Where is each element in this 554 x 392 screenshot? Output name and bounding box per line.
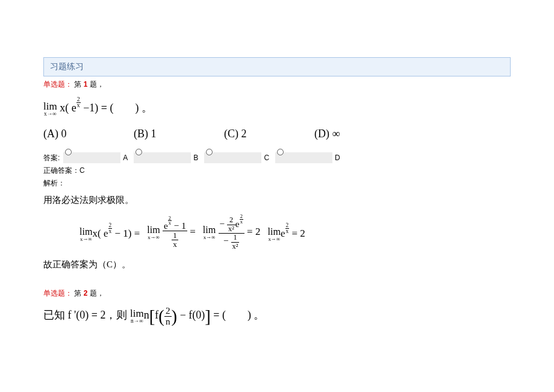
radio-icon <box>206 149 213 155</box>
solution-conclusion: 故正确答案为（C）。 <box>43 259 511 270</box>
choices-row: (A) 0 (B) 1 (C) 2 (D) ∞ <box>43 128 511 140</box>
answer-letter-b: B <box>193 154 198 162</box>
bracket-close: ] <box>205 306 211 326</box>
exp-fraction: 2x <box>76 97 81 108</box>
limit-symbol: lim x→∞ <box>79 227 93 242</box>
solution-math: lim x→∞ x( e2x − 1) = lim x→∞ e2x − 1 1x… <box>79 214 511 250</box>
fraction: 2n <box>164 306 172 327</box>
question-2: 单选题： 第 2 题， 已知 f '(0) = 2，则 lim n→∞ n[f(… <box>43 288 511 327</box>
radio-icon <box>135 149 142 155</box>
question-1: 单选题： 第 1 题， lim x→∞ x( e2x −1) = ( ) 。 (… <box>43 79 511 270</box>
fraction: − 2x²e2x − 1x² <box>219 214 244 250</box>
question-number: 1 <box>84 80 88 89</box>
question-2-label: 单选题： 第 2 题， <box>43 288 511 299</box>
answer-letter-d: D <box>335 154 340 162</box>
answer-label: 答案: <box>43 153 60 163</box>
solution-text: 用洛必达法则求极限。 <box>43 194 511 206</box>
question-2-expression: 已知 f '(0) = 2，则 lim n→∞ n[f(2n) − f(0)] … <box>43 306 511 327</box>
question-suffix: 题， <box>90 289 104 297</box>
choice-a: (A) 0 <box>43 128 134 140</box>
answer-row: 答案: A B C D <box>43 152 511 163</box>
question-1-label: 单选题： 第 1 题， <box>43 79 511 90</box>
bracket-open: [ <box>149 306 155 326</box>
paren-open: ( <box>158 306 164 326</box>
answer-option-c[interactable]: C <box>204 152 269 163</box>
question-suffix: 题， <box>90 80 104 89</box>
section-header: 习题练习 <box>43 57 511 76</box>
radio-icon <box>65 149 72 155</box>
choice-c: (C) 2 <box>224 128 314 140</box>
answer-option-b[interactable]: B <box>134 152 198 163</box>
answer-option-d[interactable]: D <box>275 152 340 163</box>
correct-answer-value: C <box>79 166 85 175</box>
choice-b: (B) 1 <box>134 128 224 140</box>
radio-icon <box>277 149 284 155</box>
question-prefix: 第 <box>74 289 83 297</box>
answer-letter-a: A <box>123 154 128 162</box>
question-type: 单选题： <box>43 289 72 297</box>
question-number: 2 <box>84 289 88 297</box>
limit-symbol: lim x→∞ <box>267 227 281 242</box>
expr-left: x( e <box>60 102 76 114</box>
paren-close: ) <box>172 306 178 326</box>
limit-symbol: lim x→∞ <box>203 225 216 240</box>
correct-answer-line: 正确答案：C <box>43 166 511 176</box>
correct-answer-label: 正确答案： <box>43 166 79 175</box>
question-prefix: 第 <box>74 80 83 89</box>
solution-label: 解析： <box>43 178 511 188</box>
limit-symbol: lim n→∞ <box>130 308 144 325</box>
limit-symbol: lim x→∞ <box>43 101 57 117</box>
section-title: 习题练习 <box>50 61 84 71</box>
answer-option-a[interactable]: A <box>63 152 128 163</box>
q2-pre: 已知 f '(0) = 2，则 <box>43 309 127 321</box>
expr-right: −1) = ( ) 。 <box>81 102 152 114</box>
fraction: e2x − 1 1x <box>163 216 187 249</box>
question-1-expression: lim x→∞ x( e2x −1) = ( ) 。 <box>43 97 511 117</box>
choice-d: (D) ∞ <box>314 128 405 140</box>
answer-letter-c: C <box>264 154 269 162</box>
question-type: 单选题： <box>43 80 72 89</box>
limit-symbol: lim x→∞ <box>147 225 160 240</box>
